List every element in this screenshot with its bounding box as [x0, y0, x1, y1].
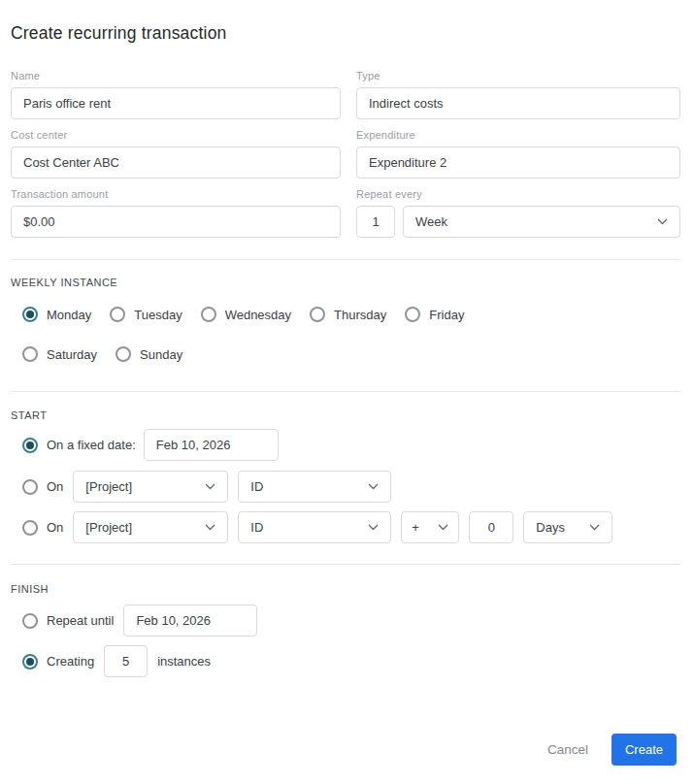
start-reference-select[interactable]: ID: [238, 471, 391, 503]
weekday-row-2: Saturday Sunday: [11, 346, 680, 362]
radio-start-on-project-offset[interactable]: On: [22, 520, 63, 536]
start-heading: START: [11, 409, 680, 421]
cost-center-label: Cost center: [11, 129, 341, 141]
start-on-project-offset-row: On [Project] ID + Days: [11, 511, 680, 543]
name-field-group: Name: [11, 70, 341, 119]
radio-day-label: Thursday: [334, 308, 386, 322]
radio-icon: [116, 346, 131, 362]
dialog-title: Create recurring transaction: [11, 23, 680, 44]
finish-creating-row: Creating instances: [11, 645, 680, 677]
instances-label: instances: [157, 654, 211, 669]
chevron-down-icon: [657, 218, 668, 225]
start-fixed-date-input[interactable]: [144, 429, 279, 461]
repeat-every-controls: Week: [356, 206, 680, 238]
transaction-amount-label: Transaction amount: [11, 188, 341, 200]
start-offset-unit-value: Days: [536, 520, 565, 535]
repeat-every-label: Repeat every: [356, 188, 680, 200]
divider: [11, 259, 680, 260]
create-recurring-transaction-dialog: Create recurring transaction Name Type C…: [0, 0, 694, 766]
start-offset-reference-select[interactable]: ID: [238, 511, 391, 543]
radio-day-wednesday[interactable]: Wednesday: [201, 307, 291, 322]
chevron-down-icon: [438, 524, 448, 531]
weekday-row-1: Monday Tuesday Wednesday Thursday Friday: [11, 307, 680, 322]
radio-label: On a fixed date:: [47, 438, 136, 452]
start-offset-operator-select[interactable]: +: [401, 511, 459, 543]
radio-icon: [201, 307, 216, 322]
radio-icon: [22, 307, 38, 322]
chevron-down-icon: [589, 524, 600, 531]
name-input[interactable]: [11, 87, 341, 119]
radio-label: On: [47, 479, 63, 494]
repeat-unit-value: Week: [415, 214, 447, 229]
divider: [11, 564, 680, 565]
radio-label: Creating: [47, 654, 94, 669]
expenditure-input[interactable]: [356, 147, 680, 179]
start-fixed-date-row: On a fixed date:: [11, 429, 680, 461]
divider: [11, 391, 680, 392]
start-project-value: [Project]: [85, 479, 132, 494]
radio-day-label: Wednesday: [225, 308, 291, 322]
chevron-down-icon: [205, 483, 215, 490]
type-input[interactable]: [356, 87, 680, 119]
finish-creating-count-input[interactable]: [104, 645, 148, 677]
radio-icon: [310, 307, 325, 322]
finish-repeat-until-date-input[interactable]: [123, 604, 257, 637]
repeat-every-field-group: Repeat every Week: [356, 188, 680, 238]
expenditure-field-group: Expenditure: [356, 129, 680, 179]
radio-icon: [405, 307, 420, 322]
radio-icon: [22, 438, 38, 453]
radio-icon: [22, 613, 38, 629]
finish-heading: FINISH: [11, 583, 680, 595]
start-offset-amount-input[interactable]: [469, 511, 513, 543]
type-label: Type: [356, 70, 680, 82]
radio-icon: [22, 479, 38, 495]
radio-finish-repeat-until[interactable]: Repeat until: [22, 613, 114, 629]
type-field-group: Type: [356, 70, 680, 119]
radio-day-saturday[interactable]: Saturday: [22, 346, 97, 362]
radio-day-label: Sunday: [140, 347, 182, 362]
cost-center-field-group: Cost center: [11, 129, 341, 179]
start-on-project-row: On [Project] ID: [11, 471, 680, 503]
finish-repeat-until-row: Repeat until: [11, 604, 680, 637]
radio-icon: [22, 520, 38, 536]
cancel-button[interactable]: Cancel: [547, 742, 588, 757]
expenditure-label: Expenditure: [356, 129, 680, 141]
form-grid: Name Type Cost center Expenditure Transa…: [11, 70, 680, 238]
radio-icon: [22, 346, 38, 362]
radio-start-on-project[interactable]: On: [22, 479, 63, 495]
chevron-down-icon: [368, 483, 379, 490]
radio-icon: [22, 654, 38, 670]
repeat-interval-input[interactable]: [356, 206, 395, 238]
radio-day-monday[interactable]: Monday: [22, 307, 91, 322]
radio-icon: [110, 307, 125, 322]
dialog-footer: Cancel Create: [11, 734, 680, 766]
radio-day-thursday[interactable]: Thursday: [310, 307, 386, 322]
radio-label: On: [47, 520, 63, 535]
radio-day-label: Saturday: [47, 347, 97, 362]
radio-start-fixed-date[interactable]: On a fixed date:: [22, 438, 136, 453]
transaction-amount-input[interactable]: [11, 206, 341, 238]
chevron-down-icon: [205, 524, 215, 531]
start-offset-project-select[interactable]: [Project]: [73, 511, 228, 543]
start-reference-value: ID: [250, 479, 263, 494]
name-label: Name: [11, 70, 341, 82]
start-offset-reference-value: ID: [250, 520, 263, 535]
radio-label: Repeat until: [47, 613, 114, 628]
transaction-amount-field-group: Transaction amount: [11, 188, 341, 238]
start-offset-operator-value: +: [412, 520, 419, 535]
radio-day-sunday[interactable]: Sunday: [116, 346, 182, 362]
start-project-select[interactable]: [Project]: [73, 471, 228, 503]
radio-day-label: Monday: [47, 308, 91, 322]
weekly-instance-heading: WEEKLY INSTANCE: [11, 277, 680, 288]
start-offset-project-value: [Project]: [85, 520, 132, 535]
create-button[interactable]: Create: [611, 734, 677, 766]
radio-day-label: Friday: [429, 308, 464, 322]
radio-day-friday[interactable]: Friday: [405, 307, 464, 322]
radio-day-tuesday[interactable]: Tuesday: [110, 307, 182, 322]
cost-center-input[interactable]: [11, 147, 341, 179]
radio-finish-creating[interactable]: Creating: [22, 654, 94, 670]
repeat-unit-select[interactable]: Week: [403, 206, 680, 238]
start-offset-unit-select[interactable]: Days: [523, 511, 612, 543]
chevron-down-icon: [368, 524, 379, 531]
radio-day-label: Tuesday: [134, 308, 182, 322]
